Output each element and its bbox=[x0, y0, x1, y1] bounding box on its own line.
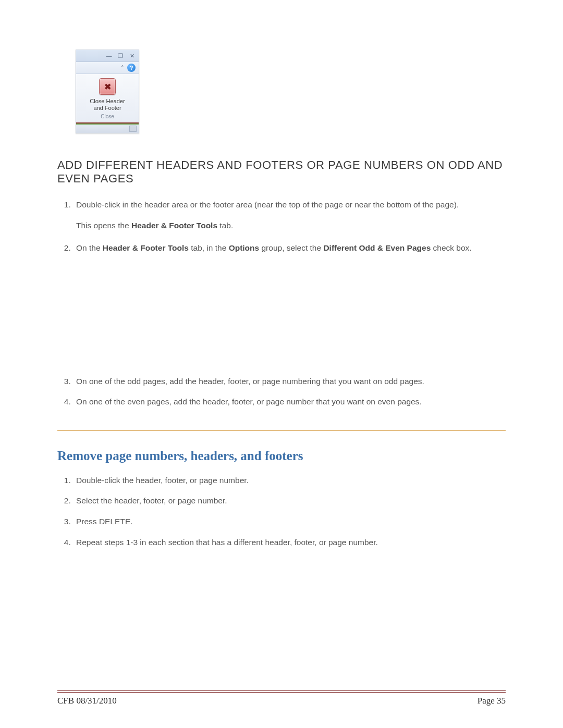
step-2: On the Header & Footer Tools tab, in the… bbox=[73, 241, 506, 255]
footer-row: CFB 08/31/2010 Page 35 bbox=[57, 696, 506, 706]
page-footer: CFB 08/31/2010 Page 35 bbox=[57, 690, 506, 706]
remove-steps: Double-click the header, footer, or page… bbox=[57, 474, 506, 549]
remove-step-4: Repeat steps 1-3 in each section that ha… bbox=[73, 536, 506, 549]
section-heading-odd-even: ADD DIFFERENT HEADERS AND FOOTERS OR PAG… bbox=[57, 158, 506, 186]
collapse-ribbon-icon: ˄ bbox=[121, 65, 124, 71]
ribbon-help-row: ˄ ? bbox=[76, 62, 139, 74]
minimize-icon: — bbox=[105, 53, 113, 59]
step-4: On one of the even pages, add the header… bbox=[73, 395, 506, 409]
page-content: — ❐ ✕ ˄ ? ✖ Close Header and Footer Clos… bbox=[57, 50, 506, 558]
help-icon: ? bbox=[127, 64, 136, 72]
step-3: On one of the odd pages, add the header,… bbox=[73, 375, 506, 388]
close-header-footer-label: Close Header and Footer bbox=[90, 98, 125, 112]
window-controls: — ❐ ✕ bbox=[76, 50, 139, 62]
step-1: Double-click in the header area or the f… bbox=[73, 198, 506, 232]
section-heading-remove: Remove page numbers, headers, and footer… bbox=[57, 449, 506, 463]
dialog-launcher-icon bbox=[129, 126, 137, 132]
step-1-note: This opens the Header & Footer Tools tab… bbox=[76, 219, 506, 232]
section-divider bbox=[57, 430, 506, 431]
close-window-icon: ✕ bbox=[128, 53, 136, 59]
footer-left: CFB 08/31/2010 bbox=[57, 696, 117, 706]
ribbon-snippet-figure: — ❐ ✕ ˄ ? ✖ Close Header and Footer Clos… bbox=[76, 50, 139, 133]
close-header-footer-icon: ✖ bbox=[99, 78, 116, 95]
odd-even-steps: Double-click in the header area or the f… bbox=[57, 198, 506, 409]
ribbon-group-name: Close bbox=[101, 114, 114, 119]
document-page: — ❐ ✕ ˄ ? ✖ Close Header and Footer Clos… bbox=[0, 0, 563, 728]
label-line-2: and Footer bbox=[93, 105, 121, 111]
remove-step-1: Double-click the header, footer, or page… bbox=[73, 474, 506, 487]
restore-icon: ❐ bbox=[117, 53, 124, 59]
footer-rule bbox=[57, 690, 506, 693]
remove-step-3: Press DELETE. bbox=[73, 515, 506, 528]
ribbon-group-close: ✖ Close Header and Footer Close bbox=[76, 74, 139, 124]
ribbon-footer-bar bbox=[76, 124, 139, 133]
step-1-text: Double-click in the header area or the f… bbox=[76, 200, 459, 209]
label-line-1: Close Header bbox=[90, 98, 125, 104]
footer-right: Page 35 bbox=[478, 696, 506, 706]
remove-step-2: Select the header, footer, or page numbe… bbox=[73, 494, 506, 508]
